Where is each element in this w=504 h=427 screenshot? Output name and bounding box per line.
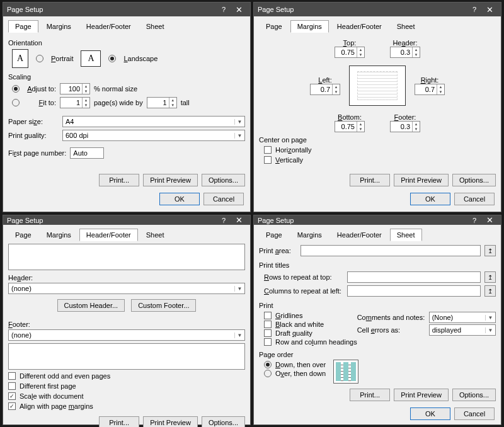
ok-button[interactable]: OK — [410, 193, 450, 205]
options-button[interactable]: Options... — [452, 389, 496, 401]
help-button[interactable]: ? — [467, 217, 482, 224]
right-spinner[interactable]: ▲▼ — [415, 84, 445, 95]
custom-footer-button[interactable]: Custom Footer... — [131, 299, 196, 312]
tab-headerfooter[interactable]: Header/Footer — [330, 229, 389, 241]
range-picker-icon[interactable]: ↥ — [484, 285, 496, 297]
cancel-button[interactable]: Cancel — [454, 407, 495, 420]
spin-down[interactable]: ▼ — [83, 89, 89, 94]
titlebar: Page Setup ? ✕ — [3, 3, 250, 16]
print-area-input[interactable] — [301, 245, 481, 256]
close-button[interactable]: ✕ — [231, 215, 246, 225]
adjust-spinner[interactable]: ▲▼ — [60, 83, 90, 94]
tab-headerfooter[interactable]: Header/Footer — [79, 229, 138, 241]
close-button[interactable]: ✕ — [482, 5, 497, 14]
range-picker-icon[interactable]: ↥ — [484, 271, 496, 283]
diff-odd-check[interactable] — [8, 372, 16, 380]
tab-page[interactable]: Page — [259, 229, 289, 241]
errors-combo[interactable]: displayed▼ — [429, 324, 496, 336]
print-preview-button[interactable]: Print Preview — [394, 174, 449, 186]
tab-page[interactable]: Page — [8, 229, 38, 241]
tab-margins[interactable]: Margins — [290, 229, 329, 241]
tab-page[interactable]: Page — [8, 20, 38, 33]
scale-doc-check[interactable] — [8, 392, 16, 400]
horiz-label: Horizontally — [275, 146, 311, 154]
ok-button[interactable]: OK — [410, 407, 450, 420]
rows-repeat-input[interactable] — [347, 271, 481, 283]
print-titles-label: Print titles — [259, 261, 496, 269]
align-margins-check[interactable] — [8, 402, 16, 410]
down-over-radio[interactable] — [264, 361, 272, 368]
options-button[interactable]: Options... — [202, 174, 245, 186]
chevron-down-icon[interactable]: ▼ — [234, 133, 244, 139]
options-button[interactable]: Options... — [202, 416, 245, 427]
tab-strip: Page Margins Header/Footer Sheet — [8, 20, 245, 33]
tab-sheet[interactable]: Sheet — [390, 20, 422, 33]
cancel-button[interactable]: Cancel — [203, 193, 244, 205]
margin-preview — [349, 65, 406, 106]
tab-page[interactable]: Page — [259, 20, 289, 33]
tab-margins[interactable]: Margins — [40, 229, 78, 241]
paper-size-combo[interactable]: A4▼ — [62, 116, 245, 127]
chevron-down-icon[interactable]: ▼ — [234, 286, 244, 292]
tab-sheet[interactable]: Sheet — [390, 229, 422, 241]
bottom-spinner[interactable]: ▲▼ — [335, 121, 365, 132]
bottom-label: Bottom: — [335, 113, 365, 121]
fit-tall-spinner[interactable]: ▲▼ — [147, 97, 177, 108]
print-preview-button[interactable]: Print Preview — [394, 389, 449, 401]
fit-tall-input[interactable] — [147, 98, 169, 108]
help-button[interactable]: ? — [216, 217, 231, 224]
range-picker-icon[interactable]: ↥ — [484, 245, 496, 256]
diff-first-check[interactable] — [8, 382, 16, 390]
print-preview-button[interactable]: Print Preview — [143, 416, 198, 427]
first-page-label: First page number: — [8, 149, 66, 157]
rowcol-check[interactable] — [264, 338, 272, 346]
footer-combo[interactable]: (none)▼ — [8, 329, 245, 341]
header-spinner[interactable]: ▲▼ — [390, 47, 420, 58]
first-page-input[interactable] — [70, 147, 104, 159]
landscape-radio[interactable] — [108, 55, 116, 62]
options-button[interactable]: Options... — [452, 174, 496, 186]
spin-up[interactable]: ▲ — [83, 84, 89, 89]
footer-spinner[interactable]: ▲▼ — [390, 121, 420, 132]
comments-combo[interactable]: (None)▼ — [429, 312, 496, 323]
vert-check[interactable] — [264, 156, 272, 164]
tab-headerfooter[interactable]: Header/Footer — [79, 20, 138, 33]
fit-to-radio[interactable] — [12, 99, 20, 106]
header-combo[interactable]: (none)▼ — [8, 283, 245, 294]
print-button[interactable]: Print... — [350, 174, 390, 186]
print-area-label: Print area: — [259, 247, 297, 254]
help-button[interactable]: ? — [216, 6, 231, 13]
chevron-down-icon[interactable]: ▼ — [234, 333, 244, 338]
adjust-to-radio[interactable] — [12, 85, 20, 93]
left-spinner[interactable]: ▲▼ — [310, 84, 340, 95]
tab-headerfooter[interactable]: Header/Footer — [330, 20, 389, 33]
print-button[interactable]: Print... — [99, 416, 139, 427]
bw-check[interactable] — [264, 321, 272, 328]
gridlines-check[interactable] — [264, 312, 272, 319]
tab-margins[interactable]: Margins — [40, 20, 78, 33]
custom-header-button[interactable]: Custom Header... — [57, 299, 125, 312]
horiz-check[interactable] — [264, 146, 272, 154]
print-button[interactable]: Print... — [350, 389, 390, 401]
cols-repeat-input[interactable] — [347, 285, 481, 297]
close-button[interactable]: ✕ — [231, 5, 246, 14]
cancel-button[interactable]: Cancel — [454, 193, 495, 205]
draft-check[interactable] — [264, 329, 272, 337]
adjust-input[interactable] — [60, 84, 82, 94]
ok-button[interactable]: OK — [159, 193, 200, 205]
tab-sheet[interactable]: Sheet — [139, 229, 171, 241]
print-preview-button[interactable]: Print Preview — [143, 174, 198, 186]
fit-wide-input[interactable] — [60, 98, 82, 108]
print-quality-combo[interactable]: 600 dpi▼ — [62, 130, 245, 141]
print-button[interactable]: Print... — [99, 174, 139, 186]
tab-margins[interactable]: Margins — [290, 20, 329, 33]
portrait-radio[interactable] — [36, 55, 43, 62]
chevron-down-icon[interactable]: ▼ — [234, 119, 244, 125]
over-down-radio[interactable] — [264, 370, 272, 377]
help-button[interactable]: ? — [467, 6, 482, 13]
tab-sheet[interactable]: Sheet — [139, 20, 171, 33]
dialog-title: Page Setup — [7, 217, 216, 224]
top-spinner[interactable]: ▲▼ — [335, 47, 365, 58]
fit-wide-spinner[interactable]: ▲▼ — [60, 97, 90, 108]
close-button[interactable]: ✕ — [482, 215, 497, 225]
